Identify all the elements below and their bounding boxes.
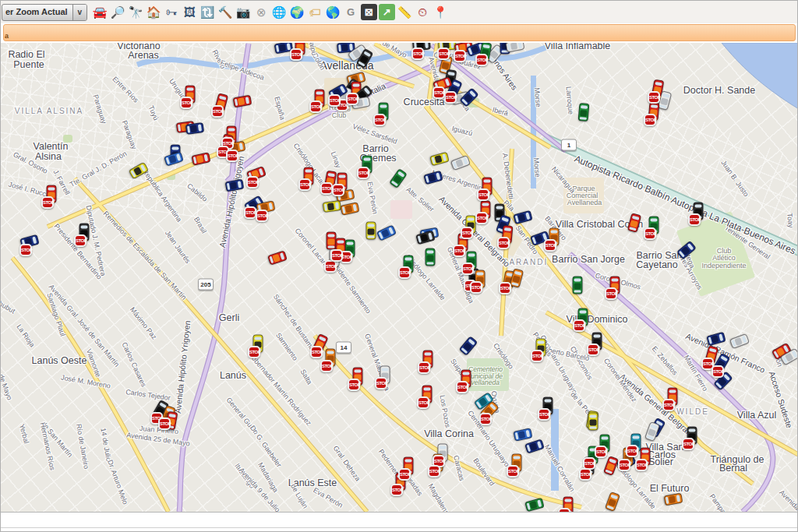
stop-badge[interactable]: STOP xyxy=(682,438,694,450)
stop-badge[interactable]: STOP xyxy=(180,97,192,109)
stop-badge[interactable]: STOP xyxy=(688,213,701,226)
stop-badge[interactable]: STOP xyxy=(417,396,429,409)
stop-badge[interactable]: STOP xyxy=(346,93,358,105)
google-earth-icon[interactable]: 🌎 xyxy=(325,4,341,20)
stop-badge[interactable]: STOP xyxy=(538,408,550,421)
stop-badge[interactable]: STOP xyxy=(662,399,675,411)
globe-pin-icon[interactable]: 🌐 xyxy=(271,4,288,20)
stop-badge[interactable]: STOP xyxy=(531,350,543,362)
measure-icon[interactable]: 📏 xyxy=(397,4,413,20)
stop-badge[interactable]: STOP xyxy=(348,379,360,391)
location-pin-icon[interactable]: 📍 xyxy=(433,4,449,20)
stop-badge[interactable]: STOP xyxy=(226,150,238,162)
map-canvas[interactable]: Radio ElPuenteVictorianoArenasVILLA ALSI… xyxy=(1,43,798,512)
stop-badge[interactable]: STOP xyxy=(298,178,311,191)
stop-badge[interactable]: STOP xyxy=(248,346,260,358)
stop-badge[interactable]: STOP xyxy=(324,260,337,273)
stop-badge[interactable]: STOP xyxy=(626,445,638,457)
stop-badge[interactable]: STOP xyxy=(19,244,32,256)
open-external-icon[interactable]: ↗ xyxy=(379,4,395,20)
stop-badge[interactable]: STOP xyxy=(456,381,468,393)
stop-badge[interactable]: STOP xyxy=(470,281,482,294)
stop-badge[interactable]: STOP xyxy=(475,54,488,66)
fit-bounds-icon[interactable]: ⊠ xyxy=(361,4,377,20)
vehicle-windshield xyxy=(425,353,432,356)
chevron-down-icon[interactable]: v xyxy=(72,5,87,20)
stop-badge[interactable]: STOP xyxy=(544,239,556,252)
stop-badge[interactable]: STOP xyxy=(433,86,445,99)
stop-badge[interactable]: STOP xyxy=(320,182,333,195)
stop-badge[interactable]: STOP xyxy=(618,459,630,471)
stop-badge[interactable]: STOP xyxy=(477,188,489,201)
photo-icon[interactable]: 🖼 xyxy=(182,4,198,20)
stop-badge[interactable]: STOP xyxy=(309,100,322,113)
stop-badge[interactable]: STOP xyxy=(41,196,54,209)
stop-badge[interactable]: STOP xyxy=(256,210,268,222)
stop-badge[interactable]: STOP xyxy=(444,91,457,104)
vehicle-roof xyxy=(230,181,237,189)
stop-badge[interactable]: STOP xyxy=(644,114,656,126)
tag-icon[interactable]: 🏷 xyxy=(307,4,323,20)
google-maps-icon[interactable]: G xyxy=(343,4,359,20)
stop-badge[interactable]: STOP xyxy=(587,344,599,356)
stop-badge[interactable]: STOP xyxy=(579,468,591,481)
stop-badge[interactable]: STOP xyxy=(357,167,369,179)
gauge-off-icon[interactable]: ⏲ xyxy=(415,4,431,20)
stop-badge[interactable]: STOP xyxy=(648,91,660,104)
stop-badge[interactable]: STOP xyxy=(158,417,171,430)
stop-badge[interactable]: STOP xyxy=(320,360,333,372)
stop-badge[interactable]: STOP xyxy=(558,508,570,512)
stop-badge[interactable]: STOP xyxy=(332,184,344,196)
stop-badge[interactable]: STOP xyxy=(635,459,648,471)
binoculars-icon[interactable]: 🔭 xyxy=(128,4,144,20)
globe-marker-icon[interactable]: 🌍 xyxy=(289,4,305,20)
stop-badge[interactable]: STOP xyxy=(437,48,450,60)
vehicle-marker[interactable] xyxy=(588,413,598,431)
stop-badge[interactable]: STOP xyxy=(507,465,519,477)
stop-badge[interactable]: STOP xyxy=(373,114,386,126)
snapshot-icon[interactable]: 📷 xyxy=(235,4,252,20)
stop-badge[interactable]: STOP xyxy=(595,446,607,458)
vehicle-search-icon[interactable]: 🔎 xyxy=(110,4,126,20)
stop-badge[interactable]: STOP xyxy=(461,262,474,275)
stop-badge[interactable]: STOP xyxy=(375,377,387,389)
stop-badge[interactable]: STOP xyxy=(310,346,323,358)
stop-badge[interactable]: STOP xyxy=(428,465,440,477)
stop-badge[interactable]: STOP xyxy=(246,176,259,188)
stop-badge[interactable]: STOP xyxy=(573,319,585,332)
stop-badge[interactable]: STOP xyxy=(454,50,466,62)
stop-badge[interactable]: STOP xyxy=(244,206,256,219)
stop-badge[interactable]: STOP xyxy=(711,365,724,378)
vehicle-roof xyxy=(510,43,517,50)
stop-badge[interactable]: STOP xyxy=(411,48,424,60)
stop-badge[interactable]: STOP xyxy=(499,282,511,294)
map-refresh-icon[interactable]: 🔃 xyxy=(200,4,216,20)
vehicle-marker[interactable] xyxy=(578,103,590,122)
vehicle-marker[interactable] xyxy=(573,277,583,294)
vehicle-marker[interactable] xyxy=(425,248,436,266)
vehicle-icon[interactable]: 🚘 xyxy=(92,4,108,20)
stop-badge[interactable]: STOP xyxy=(328,94,341,107)
stop-badge[interactable]: STOP xyxy=(461,227,473,239)
stop-badge[interactable]: STOP xyxy=(418,361,430,374)
home-flood-icon[interactable]: 🏠 xyxy=(146,4,162,20)
stop-badge[interactable]: STOP xyxy=(390,484,403,496)
stop-badge[interactable]: STOP xyxy=(605,287,617,300)
zoom-mode-select[interactable]: er Zoom Actual v xyxy=(2,4,87,21)
stop-badge[interactable]: STOP xyxy=(398,468,411,481)
stop-badge[interactable]: STOP xyxy=(398,266,411,279)
disconnect-icon[interactable]: ⊗ xyxy=(253,4,270,20)
stop-badge[interactable]: STOP xyxy=(497,237,510,249)
vehicle-marker[interactable] xyxy=(366,222,376,240)
gavel-icon[interactable]: 🔨 xyxy=(217,4,234,20)
stop-badge[interactable]: STOP xyxy=(644,227,656,240)
stop-badge[interactable]: STOP xyxy=(74,234,87,247)
stop-badge[interactable]: STOP xyxy=(211,105,224,118)
driver-key-icon[interactable]: 🗝 xyxy=(164,4,180,20)
stop-badge[interactable]: STOP xyxy=(479,413,492,425)
stop-badge[interactable]: STOP xyxy=(290,48,302,61)
vehicle-windshield xyxy=(484,180,491,183)
stop-badge[interactable]: STOP xyxy=(475,212,488,224)
stop-badge[interactable]: STOP xyxy=(330,249,343,262)
stop-badge[interactable]: STOP xyxy=(453,245,465,257)
